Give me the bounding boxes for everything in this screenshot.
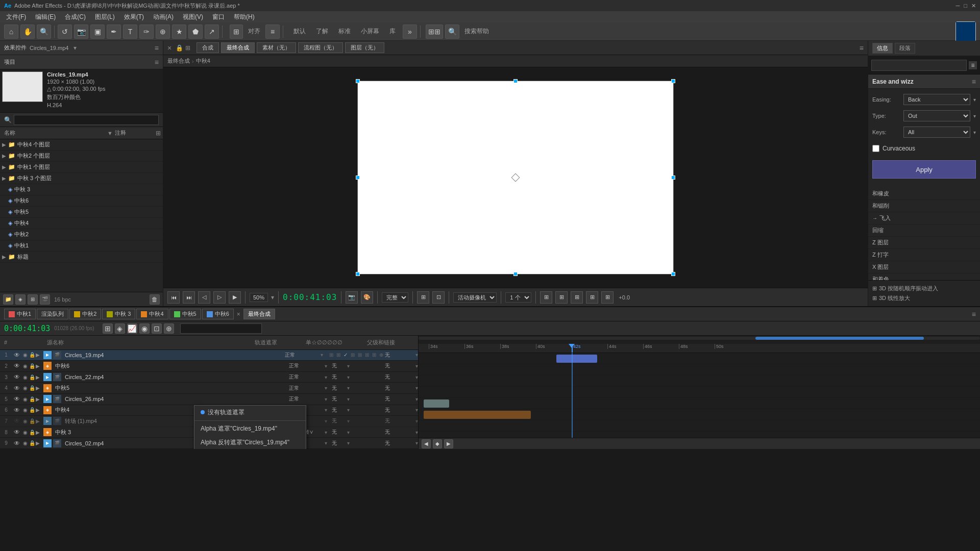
layer-4-expand[interactable]: ▶: [36, 385, 42, 391]
comp-panel-menu[interactable]: ≡: [860, 44, 864, 52]
info-search-btn[interactable]: ≡: [969, 61, 977, 69]
layer-5-parent[interactable]: 无: [385, 395, 415, 403]
zoom-dropdown[interactable]: ▾: [271, 294, 274, 301]
layer-7-vis[interactable]: 👁: [12, 417, 21, 424]
layer-3-lock[interactable]: 🔒: [29, 374, 36, 380]
curvaceous-checkbox[interactable]: [872, 145, 879, 152]
list-item[interactable]: ◈ 中秋2: [0, 229, 163, 240]
list-item[interactable]: ◈ 中秋4: [0, 218, 163, 229]
layer-9-lock[interactable]: 🔒: [29, 440, 36, 446]
tool-camera[interactable]: 📷: [74, 24, 88, 39]
layer-1-lock[interactable]: 🔒: [29, 352, 36, 358]
layer-2-track-btn[interactable]: ▾: [347, 363, 354, 369]
tool-roto[interactable]: ⬟: [188, 24, 203, 39]
layer-3-vis[interactable]: 👁: [12, 373, 21, 381]
breadcrumb-final[interactable]: 最终合成: [167, 57, 190, 65]
tab-final[interactable]: 最终合成: [243, 309, 275, 319]
layer-3-parent-btn[interactable]: ▾: [415, 374, 418, 380]
layer-8-track[interactable]: 无: [332, 429, 347, 436]
timeline-comp[interactable]: ◈: [115, 323, 125, 334]
tab-mid2[interactable]: 中秋2: [69, 309, 101, 319]
layer-8-parent-btn[interactable]: ▾: [415, 430, 418, 435]
timeline-scrollbar[interactable]: [419, 337, 980, 340]
timeline-scrollbar-thumb[interactable]: [755, 337, 924, 340]
menu-composition[interactable]: 合成(C): [61, 12, 90, 22]
dropdown-no-matte[interactable]: 没有轨道遮罩: [194, 406, 306, 419]
list-item[interactable]: 和橡皮: [868, 188, 980, 200]
menu-window[interactable]: 窗口: [208, 12, 229, 22]
col-note-sort[interactable]: ▼: [107, 130, 113, 136]
list-item[interactable]: ▶ 📁 标题: [0, 252, 163, 263]
menu-file[interactable]: 文件(F): [2, 12, 30, 22]
view-options-4[interactable]: ⊞: [586, 291, 598, 304]
layer-8-parent[interactable]: 无: [385, 429, 415, 436]
handle-mid-left[interactable]: [356, 176, 360, 180]
list-item[interactable]: →飞入: [868, 212, 980, 224]
layer-1-switch-3[interactable]: ✓: [342, 352, 349, 358]
layer-4-solo[interactable]: ◉: [21, 385, 29, 391]
layer-2-lock[interactable]: 🔒: [29, 363, 36, 369]
layer-8-track-btn[interactable]: ▾: [347, 430, 354, 435]
view-options-1[interactable]: ⊞: [540, 291, 552, 304]
layer-1-switch-4[interactable]: ⊞: [349, 352, 356, 358]
layer-5-mode-dropdown[interactable]: ▾: [325, 396, 332, 402]
handle-top-left[interactable]: [356, 79, 360, 83]
tool-paint[interactable]: ✑: [139, 24, 154, 39]
layer-2-track[interactable]: 无: [332, 362, 347, 369]
layer-row-2[interactable]: 2 👁 ◉ 🔒 ▶ ◈ 中秋6 正常 ▾ 无 ▾ 无 ▾: [0, 361, 418, 372]
effect-controls-panel-btn[interactable]: ≡: [155, 44, 159, 52]
tab-mid5[interactable]: 中秋5: [169, 309, 201, 319]
info-tab[interactable]: 信息: [872, 43, 893, 54]
layer-5-lock[interactable]: 🔒: [29, 396, 36, 402]
preview-snapshot[interactable]: 📷: [346, 291, 358, 304]
layer-row-3[interactable]: 3 👁 ◉ 🔒 ▶ ▶ 🎬 Circles_22.mp4 正常 ▾ 无 ▾ 无 …: [0, 372, 418, 383]
timeline-3d[interactable]: ⊕: [164, 323, 174, 334]
layer-6-track-btn[interactable]: ▾: [347, 407, 354, 413]
handle-bot-left[interactable]: [356, 272, 360, 276]
layer-4-track-btn[interactable]: ▾: [347, 385, 354, 391]
tab-composition[interactable]: 合成: [197, 42, 219, 53]
layer-2-parent-btn[interactable]: ▾: [415, 363, 418, 369]
layer-1-switch-7[interactable]: ⊞: [371, 352, 378, 358]
preview-back-frame[interactable]: ◁: [198, 291, 210, 304]
timeline-keyframe[interactable]: ◆: [433, 439, 442, 448]
workspace-default[interactable]: 默认: [290, 27, 309, 36]
timeline-add-marker[interactable]: ◀: [422, 439, 431, 448]
list-item[interactable]: X 图层: [868, 261, 980, 273]
tool-shape[interactable]: ▣: [90, 24, 105, 39]
list-item[interactable]: ◈ 中秋 3: [0, 184, 163, 195]
list-item[interactable]: ◈ 中秋5: [0, 207, 163, 218]
new-comp-btn[interactable]: ◈: [15, 294, 26, 305]
layer-1-switch-6[interactable]: ⊞: [363, 352, 371, 358]
view-options-3[interactable]: ⊞: [571, 291, 583, 304]
timeline-graph[interactable]: 📈: [127, 323, 137, 334]
list-item[interactable]: ▶ 📁 中秋1 个图层: [0, 162, 163, 173]
tab-mid3[interactable]: 中秋 3: [102, 309, 135, 319]
list-item[interactable]: ◈ 中秋6: [0, 195, 163, 207]
breadcrumb-mid-autumn[interactable]: 中秋4: [196, 57, 210, 65]
new-folder-btn[interactable]: 📁: [3, 294, 13, 305]
layer-6-parent-btn[interactable]: ▾: [415, 407, 418, 413]
layer-9-solo[interactable]: ◉: [21, 440, 29, 446]
handle-top-center[interactable]: [513, 79, 518, 83]
layer-8-solo[interactable]: ◉: [21, 430, 29, 435]
layer-row-1[interactable]: 1 👁 ◉ 🔒 ▶ ▶ 🎬 Circles_19.mp4 正常 ▾ ⊞ ⊞ ✓ …: [0, 350, 418, 361]
timeline-motion[interactable]: ◉: [139, 323, 150, 334]
layer-3-mode[interactable]: 正常: [289, 373, 325, 381]
preview-rewind[interactable]: ⏮: [167, 291, 180, 304]
layer-4-mode-dropdown[interactable]: ▾: [325, 385, 332, 391]
menu-view[interactable]: 视图(V): [179, 12, 207, 22]
layer-8-mode-dropdown[interactable]: ▾: [325, 430, 332, 435]
preview-fwd-frame[interactable]: ▷: [213, 291, 226, 304]
handle-mid-right[interactable]: [671, 176, 675, 180]
layer-7-expand[interactable]: ▶: [36, 418, 42, 424]
handle-bot-right[interactable]: [671, 272, 675, 276]
view-options-2[interactable]: ⊞: [555, 291, 568, 304]
tab-flowchart[interactable]: 流程图（无）: [298, 42, 343, 53]
tab-footage[interactable]: 素材（无）: [257, 42, 296, 53]
layer-4-parent[interactable]: 无: [385, 385, 415, 392]
layer-7-track-btn[interactable]: ▾: [347, 418, 354, 424]
timeline-search-input[interactable]: [180, 323, 262, 334]
project-panel-btn[interactable]: ≡: [155, 58, 159, 66]
layer-3-expand[interactable]: ▶: [36, 374, 42, 380]
